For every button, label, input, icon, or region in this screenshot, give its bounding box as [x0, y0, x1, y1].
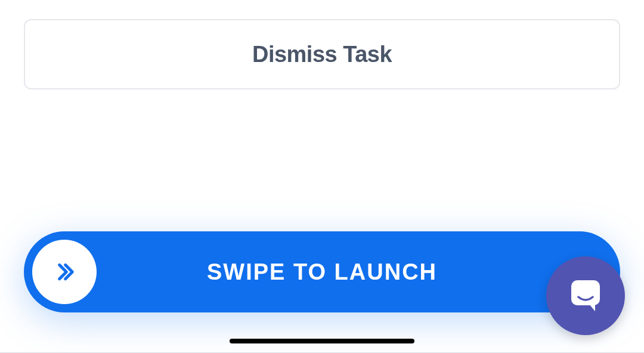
- home-indicator: [230, 339, 414, 343]
- swipe-to-launch-slider[interactable]: SWIPE TO LAUNCH: [24, 231, 620, 312]
- svg-rect-0: [571, 280, 600, 305]
- swipe-handle[interactable]: [32, 240, 97, 304]
- swipe-label: SWIPE TO LAUNCH: [24, 259, 620, 285]
- dismiss-task-label: Dismiss Task: [252, 42, 392, 67]
- chevrons-right-icon: [52, 260, 76, 284]
- chat-support-button[interactable]: [546, 256, 625, 335]
- chat-icon: [566, 277, 605, 315]
- dismiss-task-button[interactable]: Dismiss Task: [24, 19, 620, 89]
